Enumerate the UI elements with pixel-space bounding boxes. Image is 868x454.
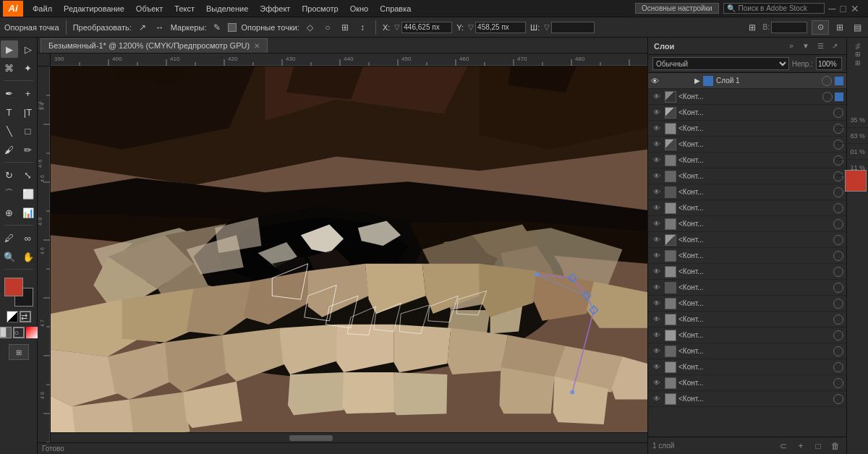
eye-icon[interactable]: 👁 <box>651 266 663 278</box>
layer-circle[interactable] <box>833 108 843 118</box>
layer1-expand-icon[interactable]: ▶ <box>694 77 700 85</box>
far-right-btn1[interactable]: ⊞ <box>855 51 861 58</box>
eye-icon[interactable]: 👁 <box>651 91 663 103</box>
layer-circle[interactable] <box>833 378 843 388</box>
eye-icon[interactable]: 👁 <box>651 234 663 246</box>
layer-row[interactable]: 👁 <Конт... <box>648 105 846 121</box>
eye-icon[interactable]: 👁 <box>651 171 663 182</box>
eye-icon[interactable]: 👁 <box>651 155 663 166</box>
workspace-selector[interactable]: Основные настройки <box>635 3 719 14</box>
layer-row[interactable]: 👁 <Конт... <box>648 153 846 168</box>
circle-icon[interactable]: ○ <box>321 21 334 34</box>
w-value-input[interactable] <box>551 22 595 33</box>
layer-row[interactable]: 👁 <Конт... <box>648 89 846 105</box>
eye-icon[interactable]: 👁 <box>651 377 663 389</box>
marker-box[interactable] <box>228 23 237 32</box>
blend-mode-select[interactable]: Обычный <box>652 57 789 70</box>
layer-circle[interactable] <box>833 362 843 372</box>
menu-edit[interactable]: Редактирование <box>59 3 129 14</box>
grid2-icon[interactable]: ⊞ <box>833 21 846 34</box>
layer-circle[interactable] <box>833 251 843 261</box>
default-colors-btn[interactable] <box>7 311 18 322</box>
eye-icon[interactable]: 👁 <box>651 202 663 214</box>
direct-select-tool[interactable]: ▷ <box>20 40 37 58</box>
new-layer-btn[interactable]: □ <box>812 440 825 453</box>
hand-tool[interactable]: ✋ <box>20 248 37 265</box>
layer-row[interactable]: 👁 <Конт... <box>648 343 846 359</box>
menu-view[interactable]: Просмотр <box>297 3 343 14</box>
artboard-tool[interactable]: ⊞ <box>9 344 29 360</box>
gradient-btn[interactable] <box>26 327 38 338</box>
eye-icon[interactable]: 👁 <box>651 123 663 134</box>
menu-help[interactable]: Справка <box>375 3 416 14</box>
free-transform-tool[interactable]: ⬜ <box>20 185 37 202</box>
new-sublayer-btn[interactable]: + <box>794 440 807 453</box>
delete-layer-btn[interactable]: 🗑 <box>829 440 842 453</box>
layer-circle[interactable] <box>833 330 843 340</box>
magic-wand-tool[interactable]: ✦ <box>20 59 37 77</box>
layer-circle[interactable] <box>822 92 833 102</box>
layer-row[interactable]: 👁 <Конт... <box>648 216 846 232</box>
layer-row[interactable]: 👁 <Конт... <box>648 232 846 248</box>
layer-row[interactable]: 👁 <Конт... <box>648 280 846 296</box>
eye-icon[interactable]: 👁 <box>651 187 663 198</box>
eye-icon[interactable]: 👁 <box>651 218 663 230</box>
layers-list[interactable]: 👁 <Конт... 👁 <Конт... 👁 <box>648 89 846 437</box>
layer-circle[interactable] <box>833 124 843 134</box>
color-swatch[interactable] <box>845 170 867 192</box>
doc-tab[interactable]: Безымянный-1* @ 1200% (CMYK/Предпросмотр… <box>41 38 268 53</box>
layer-row[interactable]: 👁 <Конт... <box>648 296 846 312</box>
pen-icon[interactable]: ✎ <box>210 21 224 34</box>
layer-row[interactable]: 👁 <Конт... <box>648 359 846 375</box>
layer-row[interactable]: 👁 <Конт... <box>648 200 846 216</box>
search-bar[interactable]: 🔍 Поиск в Adobe Stock <box>723 3 825 14</box>
close-btn[interactable]: ✕ <box>851 3 859 14</box>
layer-circle[interactable] <box>833 219 843 229</box>
select-tool[interactable]: ▶ <box>1 40 18 58</box>
panel-options-btn[interactable]: ☰ <box>814 40 826 52</box>
layer-row[interactable]: 👁 <Конт... <box>648 137 846 153</box>
stroke-btn[interactable]: ○ <box>13 327 25 338</box>
arrange-icon[interactable]: ⊞ <box>746 21 759 34</box>
arrow3-icon[interactable]: ↕ <box>356 21 369 34</box>
layer-row[interactable]: 👁 <Конт... <box>648 264 846 280</box>
eye-icon[interactable]: 👁 <box>651 361 663 373</box>
eye-icon[interactable]: 👁 <box>651 330 663 341</box>
doc-tab-close[interactable]: ✕ <box>254 42 260 50</box>
type-vertical-tool[interactable]: |T <box>20 103 37 121</box>
line-tool[interactable]: ╲ <box>1 122 18 140</box>
x-value-input[interactable] <box>401 22 452 33</box>
eye-icon[interactable]: 👁 <box>651 298 663 309</box>
eye-icon[interactable]: 👁 <box>651 346 663 357</box>
menu-text[interactable]: Текст <box>169 3 200 14</box>
layer-circle[interactable] <box>833 314 843 325</box>
eye-icon[interactable]: 👁 <box>651 139 663 150</box>
arrow-icon[interactable]: ↗ <box>136 21 149 34</box>
eye-icon[interactable]: 👁 <box>651 282 663 294</box>
layer-circle[interactable] <box>833 171 843 181</box>
type-tool[interactable]: T <box>1 103 18 121</box>
layer-circle[interactable] <box>833 346 843 356</box>
layer-row[interactable]: 👁 <Конт... <box>648 248 846 264</box>
pen-tool[interactable]: ✒ <box>1 85 18 102</box>
eye-icon[interactable]: 👁 <box>651 393 663 405</box>
menu-select[interactable]: Выделение <box>201 3 253 14</box>
grid3-icon[interactable]: ▤ <box>851 21 864 34</box>
layer-row[interactable]: 👁 <Конт... <box>648 184 846 200</box>
eyedropper-tool[interactable]: 🖊 <box>1 229 18 247</box>
scrollbar-thumb-h[interactable] <box>289 435 333 441</box>
rotate-tool[interactable]: ↻ <box>1 166 18 184</box>
arrow2-icon[interactable]: ↔ <box>153 21 166 34</box>
menu-window[interactable]: Окно <box>345 3 374 14</box>
symbol-tool[interactable]: ⊕ <box>1 204 18 221</box>
layer-row[interactable]: 👁 <Конт... <box>648 168 846 184</box>
zoom-tool[interactable]: 🔍 <box>1 248 18 265</box>
make-mask-btn[interactable]: ⊂ <box>777 440 790 453</box>
grid-icon[interactable]: ⊞ <box>339 21 352 34</box>
scale-tool[interactable]: ⤡ <box>20 166 37 184</box>
menu-object[interactable]: Объект <box>131 3 168 14</box>
layer-circle[interactable] <box>833 283 843 293</box>
graph-tool[interactable]: 📊 <box>20 204 37 221</box>
warp-tool[interactable]: ⌒ <box>1 185 18 202</box>
layer-row[interactable]: 👁 <Конт... <box>648 391 846 407</box>
